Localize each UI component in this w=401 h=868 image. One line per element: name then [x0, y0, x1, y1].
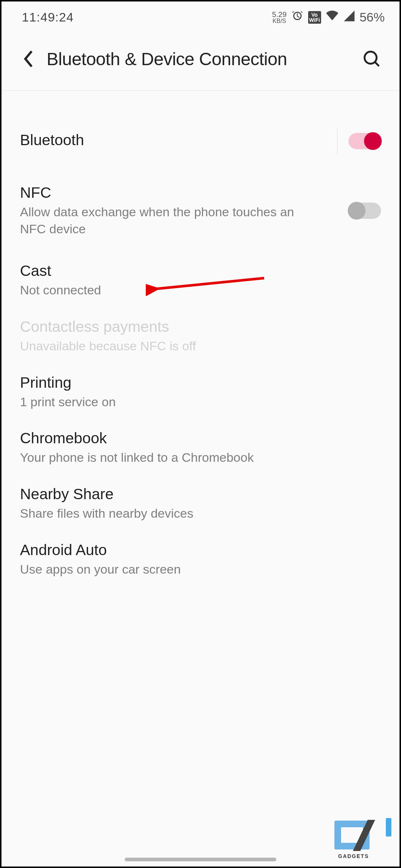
row-title: Printing: [20, 374, 381, 391]
row-android-auto[interactable]: Android Auto Use apps on your car screen: [1, 532, 400, 588]
wifi-icon: [326, 10, 339, 25]
watermark-logo: GADGETS: [334, 817, 391, 854]
battery-percent: 56%: [360, 10, 385, 24]
row-title: Bluetooth: [20, 131, 331, 149]
bluetooth-toggle[interactable]: [348, 133, 381, 149]
page-title: Bluetooth & Device Connection: [47, 49, 361, 69]
cellular-icon: [343, 10, 355, 25]
row-cast[interactable]: Cast Not connected: [1, 253, 400, 308]
search-button[interactable]: [361, 48, 383, 70]
alarm-icon: [291, 10, 304, 25]
row-chromebook[interactable]: Chromebook Your phone is not linked to a…: [1, 420, 400, 476]
row-contactless-payments: Contactless payments Unavailable because…: [1, 308, 400, 364]
settings-list: Bluetooth NFC Allow data exchange when t…: [1, 91, 400, 588]
row-title: Chromebook: [20, 430, 381, 447]
row-subtitle: Not connected: [20, 282, 309, 299]
row-title: NFC: [20, 184, 348, 201]
row-bluetooth[interactable]: Bluetooth: [1, 124, 400, 174]
page-header: Bluetooth & Device Connection: [1, 33, 400, 91]
row-nfc[interactable]: NFC Allow data exchange when the phone t…: [1, 174, 400, 253]
vowifi-icon: Vo WiFi: [308, 11, 321, 24]
row-title: Cast: [20, 262, 381, 280]
status-time: 11:49:24: [22, 10, 74, 24]
toggle-divider: [337, 128, 337, 154]
search-icon: [362, 49, 381, 69]
row-subtitle: Unavailable because NFC is off: [20, 338, 309, 355]
svg-point-0: [365, 52, 377, 64]
row-subtitle: Allow data exchange when the phone touch…: [20, 204, 309, 238]
row-subtitle: 1 print service on: [20, 394, 309, 411]
row-title: Contactless payments: [20, 318, 381, 335]
nav-handle[interactable]: [125, 858, 276, 861]
status-bar: 11:49:24 5.29 KB/S Vo WiFi 56%: [1, 1, 400, 33]
row-subtitle: Your phone is not linked to a Chromebook: [20, 449, 309, 466]
row-printing[interactable]: Printing 1 print service on: [1, 364, 400, 420]
status-right: 5.29 KB/S Vo WiFi 56%: [272, 10, 385, 25]
status-speed: 5.29 KB/S: [272, 11, 287, 24]
row-subtitle: Use apps on your car screen: [20, 561, 309, 578]
chevron-left-icon: [23, 50, 34, 68]
back-button[interactable]: [18, 49, 38, 69]
row-title: Android Auto: [20, 541, 381, 559]
row-title: Nearby Share: [20, 485, 381, 503]
row-subtitle: Share files with nearby devices: [20, 505, 309, 522]
row-nearby-share[interactable]: Nearby Share Share files with nearby dev…: [1, 476, 400, 532]
nfc-toggle[interactable]: [348, 203, 381, 219]
